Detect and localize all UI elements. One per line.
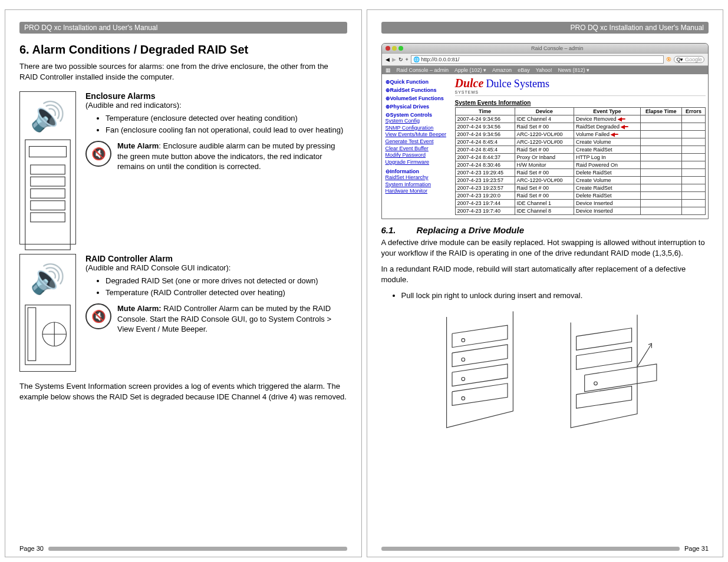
table-header-cell: Event Type [574,108,640,115]
table-cell [681,184,705,192]
right-page: PRO DQ xc Installation and User's Manual… [367,9,724,557]
table-cell [640,207,681,215]
address-bar[interactable]: 🌐 http://0.0.0.0:81/ [411,55,664,64]
replace-paragraph-2: In a redundant RAID mode, rebuild will s… [381,264,709,285]
table-title: System Events Information [455,100,706,106]
table-cell [640,192,681,200]
svg-point-13 [462,358,465,361]
sidebar-link[interactable]: Hardware Monitor [386,188,449,195]
sidebar-link[interactable]: System Config [386,118,449,125]
table-cell: ARC-1220-VOL#00 [515,131,574,138]
svg-point-16 [594,382,598,385]
sidebar-category[interactable]: ⊖System Controls [386,112,449,118]
svg-rect-3 [31,177,65,186]
bookmark-item[interactable]: Apple (102) ▾ [454,67,486,73]
table-cell: Create RaidSet [574,184,640,192]
table-row: 2007-4-24 9:34:56ARC-1220-VOL#00Volume F… [455,131,706,138]
sidebar-category[interactable]: ⊕RaidSet Functions [386,87,449,93]
sidebar-category[interactable]: ⊕Quick Function [386,79,449,85]
back-icon[interactable]: ◀ [386,57,390,62]
table-cell [640,123,681,131]
page-header-right: PRO DQ xc Installation and User's Manual [381,22,709,34]
table-row: 2007-4-24 9:34:56Raid Set # 00RaidSet De… [455,123,706,131]
sidebar-link[interactable]: View Events/Mute Beeper [386,131,449,138]
bookmark-item[interactable]: Yahoo! [536,67,552,73]
replace-bullet-list: Pull lock pin right to unlock during ins… [381,290,709,301]
bookmark-item[interactable]: News (812) ▾ [558,67,590,73]
brand-tagline: Dulce Systems [486,78,549,90]
page-footer-right: Page 31 [381,540,709,552]
forward-icon[interactable]: ▶ [392,57,396,62]
raid-controller-alarm-title: RAID Controller Alarm [85,254,347,263]
sidebar-link[interactable]: Upgrade Firmware [386,159,449,166]
sidebar-link[interactable]: RaidSet Hierarchy [386,174,449,181]
table-cell: 2007-4-23 19:7:44 [455,200,515,207]
sidebar-link[interactable]: Clear Event Buffer [386,146,449,153]
page-header-left: PRO DQ xc Installation and User's Manual [19,22,347,34]
raid-card-illustration: 🔊 [19,254,76,372]
mute-alarm-text: Mute Alarm: Enclosure audible alarm can … [117,141,347,172]
drive-eject-illustration [554,310,666,434]
table-cell [640,177,681,184]
bookmark-icon[interactable]: ▦ [386,67,391,73]
table-header-cell: Device [515,108,574,115]
drive-module-illustrations [381,310,709,434]
sidebar-category[interactable]: ⊖Information [386,168,449,174]
table-row: 2007-4-24 9:34:56IDE Channel 4Device Rem… [455,115,706,123]
svg-line-17 [637,345,651,367]
table-cell [681,115,705,123]
table-cell [681,131,705,138]
table-cell [681,207,705,215]
table-cell: Delete RaidSet [574,192,640,200]
reload-icon[interactable]: ↻ [398,57,403,62]
rss-icon[interactable]: ⦿ [666,57,671,62]
table-cell [681,146,705,154]
sidebar-link[interactable]: Modify Password [386,152,449,159]
table-row: 2007-4-23 19:7:40IDE Channel 8Device Ins… [455,207,706,215]
bullet-item: Temperature (enclosure detected over hea… [106,113,347,124]
table-row: 2007-4-23 19:29:45Raid Set # 00Delete Ra… [455,169,706,177]
bullet-item: Pull lock pin right to unlock during ins… [401,290,709,301]
table-cell: 2007-4-24 9:34:56 [455,115,515,123]
console-sidebar: ⊕Quick Function⊕RaidSet Functions⊕Volume… [382,74,453,219]
table-cell [640,184,681,192]
search-box[interactable]: Q▾ Google [674,56,704,63]
table-row: 2007-4-23 19:23:57Raid Set # 00Create Ra… [455,184,706,192]
table-cell: IDE Channel 8 [515,207,574,215]
raid-controller-alarm-subtitle: (Audible and RAID Console GUI indicator)… [85,263,347,272]
enclosure-bullet-list: Temperature (enclosure detected over hea… [85,113,347,135]
drive-bay-illustration [424,310,536,434]
alert-arrow-icon: ◀━ [620,124,628,130]
sidebar-link[interactable]: SNMP Configuration [386,125,449,132]
table-cell: IDE Channel 4 [515,115,574,123]
sidebar-link[interactable]: System Information [386,181,449,189]
sidebar-link[interactable]: Generate Test Event [386,138,449,146]
sidebar-category[interactable]: ⊕Physical Drives [386,104,449,110]
raid-console-screenshot: Raid Console – admin ◀ ▶ ↻ + 🌐 http://0.… [381,43,709,219]
table-cell [681,192,705,200]
table-cell: Create Volume [574,177,640,184]
svg-rect-0 [25,140,71,250]
table-cell [640,131,681,138]
table-row: 2007-4-23 19:20:0Raid Set # 00Delete Rai… [455,192,706,200]
page-number: Page 31 [684,545,709,552]
bookmark-item[interactable]: Raid Console – admin [397,67,449,73]
svg-rect-2 [31,165,65,174]
bookmarks-bar: ▦Raid Console – adminApple (102) ▾Amazon… [382,66,709,74]
window-title: Raid Console – admin [410,45,705,51]
enclosure-alarm-subtitle: (Audible and red indicators): [85,101,347,110]
bookmark-item[interactable]: Amazon [492,67,512,73]
bullet-item: Degraded RAID Set (one or more drives no… [106,276,347,286]
table-cell: HTTP Log In [574,154,640,161]
table-cell: 2007-4-23 19:23:57 [455,177,515,184]
mute-icon: 🔇 [85,303,111,329]
sidebar-category[interactable]: ⊕VolumeSet Functions [386,95,449,101]
svg-rect-1 [29,146,67,157]
table-cell [640,138,681,146]
add-icon[interactable]: + [406,57,409,62]
table-cell: 2007-4-24 8:45:4 [455,146,515,154]
table-cell [681,200,705,207]
bookmark-item[interactable]: eBay [518,67,530,73]
table-cell: Raid Set # 00 [515,169,574,177]
table-cell [681,138,705,146]
